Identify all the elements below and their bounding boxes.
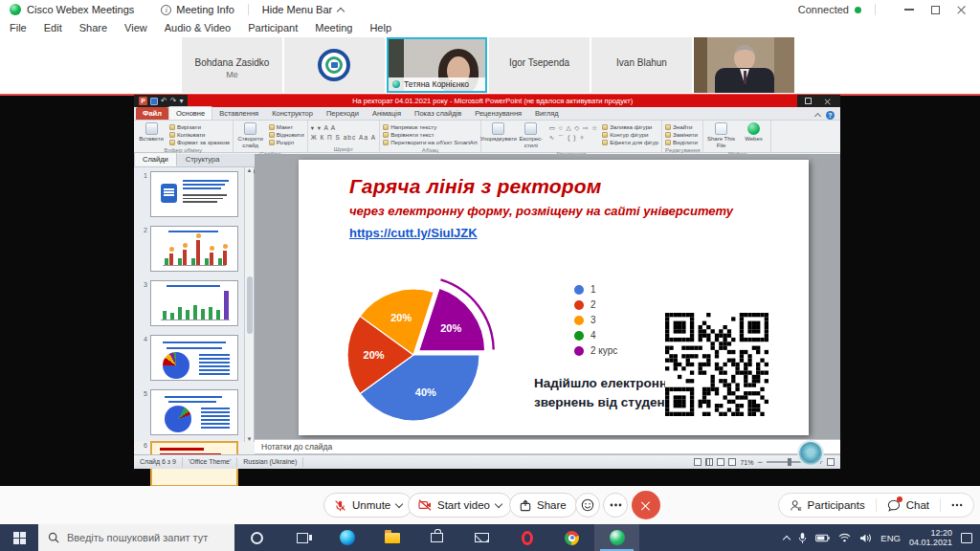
ribbon-tab[interactable]: Рецензування	[468, 107, 528, 120]
webex-presenter-cursor[interactable]	[797, 440, 824, 467]
action-center-icon[interactable]	[961, 533, 972, 543]
save-icon[interactable]	[150, 98, 158, 105]
taskbar-icon-explorer[interactable]	[369, 524, 414, 551]
mic-tray-icon[interactable]	[798, 532, 807, 544]
more-options-button[interactable]	[603, 493, 628, 518]
ribbon-button[interactable]: Упорядкувати	[484, 121, 513, 143]
hide-menu-bar-button[interactable]: Hide Menu Bar	[262, 4, 344, 15]
slide-thumbnail[interactable]	[150, 335, 238, 381]
menu-item-help[interactable]: Help	[369, 22, 391, 33]
chevron-down-icon[interactable]	[395, 499, 403, 507]
taskbar-icon-mail[interactable]	[459, 524, 504, 551]
menu-item-file[interactable]: File	[10, 22, 27, 33]
language-indicator[interactable]: Russian (Ukraine)	[237, 457, 303, 467]
participants-button[interactable]: Participants	[779, 494, 876, 517]
fit-to-window-button[interactable]	[827, 458, 835, 466]
slide-sorter-button[interactable]	[705, 458, 713, 466]
menu-item-edit[interactable]: Edit	[44, 22, 62, 33]
chat-button[interactable]: Chat	[877, 494, 940, 517]
unmute-button[interactable]: Unmute	[323, 493, 412, 518]
zoom-out-button[interactable]: −	[757, 458, 762, 466]
ribbon-button[interactable]: Вставити	[137, 121, 166, 143]
slideshow-button[interactable]	[728, 458, 736, 466]
ribbon-button[interactable]: Створити слайд	[236, 121, 265, 149]
ribbon-button[interactable]: Відновити	[269, 131, 304, 138]
participant-tile[interactable]	[284, 37, 385, 93]
slide-thumbnail[interactable]	[150, 226, 238, 272]
ribbon-button[interactable]: Вирізати	[169, 123, 230, 130]
ribbon-button[interactable]: Перетворити на об'єкт SmartArt	[383, 139, 478, 145]
taskbar-icon-edge[interactable]	[324, 524, 369, 551]
ribbon-tab[interactable]: Основне	[168, 106, 212, 120]
tab-outline[interactable]: Структура	[177, 152, 229, 166]
share-button[interactable]: Share	[509, 493, 577, 518]
menu-item-audio-video[interactable]: Audio & Video	[165, 22, 232, 33]
language-switcher[interactable]: ENG	[880, 533, 901, 543]
chevron-down-icon[interactable]	[495, 499, 502, 507]
ribbon-tab[interactable]: Показ слайдів	[408, 107, 468, 120]
qat-dropdown-icon[interactable]: ▾	[179, 98, 183, 105]
menu-item-view[interactable]: View	[124, 22, 147, 33]
slide-thumbnail[interactable]	[150, 171, 238, 217]
menu-item-meeting[interactable]: Meeting	[315, 22, 352, 33]
ribbon-glyph-row[interactable]: ▭ ○ △ ◇ ⇨ ☆	[549, 124, 598, 132]
tab-slides[interactable]: Слайди	[134, 152, 177, 166]
ribbon-button[interactable]: Копіювати	[169, 131, 230, 138]
panel-scrollbar[interactable]: ▲ ▼	[244, 167, 254, 442]
ribbon-button[interactable]: Виділити	[665, 139, 698, 145]
taskbar-icon-opera[interactable]	[504, 524, 549, 551]
ribbon-button[interactable]: Формат за зразком	[169, 139, 230, 145]
volume-icon[interactable]	[859, 533, 872, 543]
more-panels-button[interactable]	[941, 494, 973, 517]
ribbon-button[interactable]: Webex	[739, 121, 768, 143]
meeting-info-button[interactable]: i Meeting Info	[161, 4, 234, 15]
battery-icon[interactable]	[815, 534, 830, 542]
reading-view-button[interactable]	[717, 458, 724, 466]
ribbon-button[interactable]: Share This File	[706, 121, 735, 149]
ribbon-button[interactable]: Макет	[269, 123, 304, 130]
taskbar-icon-task-view[interactable]	[279, 524, 324, 551]
taskbar-clock[interactable]: 12:20 04.01.2021	[909, 528, 952, 548]
close-window-button[interactable]	[825, 98, 832, 104]
menu-item-share[interactable]: Share	[79, 22, 107, 33]
reactions-button[interactable]	[575, 493, 600, 518]
collapse-ribbon-icon[interactable]	[814, 113, 821, 120]
slide-thumbnail[interactable]	[150, 280, 238, 326]
restore-button[interactable]	[805, 98, 812, 104]
scrollbar-thumb[interactable]	[247, 276, 253, 334]
start-button[interactable]	[0, 524, 38, 551]
minimize-button[interactable]	[904, 9, 914, 11]
menu-item-participant[interactable]: Participant	[248, 22, 298, 33]
ribbon-button[interactable]: Ефекти для фігур	[602, 139, 658, 145]
ribbon-button[interactable]: Контур фігури	[602, 131, 658, 138]
taskbar-search-input[interactable]: Введіть пошуковий запит тут	[38, 524, 234, 551]
ribbon-button[interactable]: Замінити	[665, 131, 698, 138]
taskbar-icon-webex[interactable]	[594, 524, 639, 551]
ribbon-glyph-row[interactable]: ∿ ⌒ ( ) ✧	[549, 134, 598, 143]
scroll-down-icon[interactable]: ▼	[247, 436, 253, 442]
participant-tile[interactable]: Bohdana ZasidkoMe	[182, 37, 282, 93]
taskbar-icon-chrome[interactable]	[549, 524, 594, 551]
ribbon-tab[interactable]: Переходи	[320, 107, 366, 120]
redo-icon[interactable]: ↷	[170, 98, 177, 105]
connection-status[interactable]: Connected	[798, 4, 861, 15]
scroll-up-icon[interactable]: ▲	[247, 167, 253, 173]
ribbon-tab[interactable]: Вигляд	[528, 107, 566, 120]
participant-tile[interactable]: Ivan Blahun	[591, 37, 692, 93]
participant-tile[interactable]	[694, 37, 794, 93]
ribbon-button[interactable]: Вирівняти текст	[383, 131, 478, 138]
tray-overflow-icon[interactable]	[783, 535, 791, 542]
start-video-button[interactable]: Start video	[408, 493, 512, 518]
wifi-icon[interactable]	[838, 533, 851, 542]
ribbon-button[interactable]: Напрямок тексту	[383, 123, 478, 130]
taskbar-icon-store[interactable]	[414, 524, 459, 551]
taskbar-icon-cortana[interactable]	[234, 524, 279, 551]
notes-area[interactable]: Нотатки до слайда	[255, 439, 840, 454]
maximize-button[interactable]	[931, 6, 940, 14]
ribbon-button[interactable]: Експрес-стилі	[517, 121, 546, 149]
normal-view-button[interactable]	[694, 458, 702, 466]
zoom-slider-thumb[interactable]	[788, 458, 791, 466]
slide-thumbnail[interactable]	[150, 389, 238, 435]
ribbon-glyph-row[interactable]: ▾ ▾ A A	[311, 124, 376, 132]
participant-tile[interactable]: Тетяна Корнієнко	[387, 37, 487, 93]
